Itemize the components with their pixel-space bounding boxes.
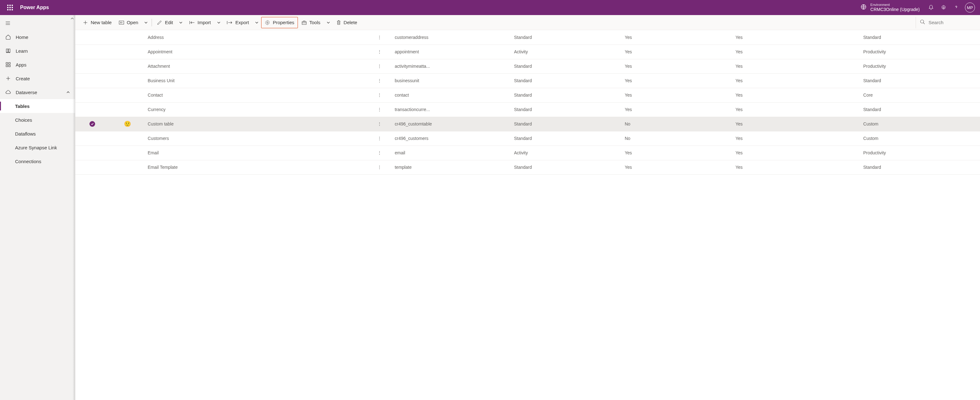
row-customizable: Yes (733, 44, 861, 59)
export-dropdown[interactable] (252, 17, 261, 28)
nav-item-apps[interactable]: Apps (0, 58, 75, 71)
row-more-button[interactable]: ⋮ (367, 102, 392, 117)
import-button[interactable]: Import (185, 17, 215, 28)
app-launcher-button[interactable] (3, 0, 18, 15)
row-display-name[interactable]: Email Template (145, 160, 367, 175)
row-more-button[interactable]: ⋮ (367, 73, 392, 88)
row-schema-name: transactioncurre... (392, 102, 511, 117)
help-button[interactable] (950, 0, 963, 15)
row-display-name[interactable]: Appointment (145, 44, 367, 59)
nav-item-label: Choices (15, 117, 32, 123)
nav-item-dataflows[interactable]: Dataflows (0, 127, 75, 141)
table-row[interactable]: Currency⋮transactioncurre...StandardYesY… (75, 102, 980, 117)
row-more-button[interactable]: ⋮ (367, 59, 392, 73)
tools-dropdown[interactable] (324, 17, 333, 28)
nav-item-dataverse[interactable]: Dataverse (0, 85, 75, 99)
row-schema-name: email (392, 146, 511, 160)
cmd-label: Properties (273, 20, 294, 25)
table-row[interactable]: Attachment⋮activitymimeatta...StandardYe… (75, 59, 980, 73)
row-managed: Yes (622, 59, 733, 73)
new-table-button[interactable]: New table (79, 17, 115, 28)
row-display-name[interactable]: Attachment (145, 59, 367, 73)
environment-picker[interactable]: Environment CRMC3Online (Upgrade) (861, 3, 920, 12)
row-tags: Productivity (861, 146, 980, 160)
row-type: Standard (511, 73, 622, 88)
table-row[interactable]: Appointment⋮appointmentActivityYesYesPro… (75, 44, 980, 59)
row-display-name[interactable]: Customers (145, 131, 367, 146)
open-dropdown[interactable] (142, 17, 150, 28)
row-select-cell[interactable] (75, 117, 110, 131)
row-display-name[interactable]: Business Unit (145, 73, 367, 88)
table-row[interactable]: Business Unit⋮businessunitStandardYesYes… (75, 73, 980, 88)
delete-button[interactable]: Delete (333, 17, 361, 28)
properties-button[interactable]: Properties (261, 17, 298, 28)
row-display-name[interactable]: Currency (145, 102, 367, 117)
table-row[interactable]: Email⋮emailActivityYesYesProductivity (75, 146, 980, 160)
edit-dropdown[interactable] (177, 17, 185, 28)
row-more-button[interactable]: ⋮ (367, 30, 392, 44)
row-select-cell[interactable] (75, 59, 110, 73)
row-more-button[interactable]: ⋮ (367, 44, 392, 59)
row-select-cell[interactable] (75, 88, 110, 102)
content-area: New table Open Edit (75, 15, 980, 400)
import-dropdown[interactable] (215, 17, 223, 28)
table-row[interactable]: 🙂Custom table⋮cr496_customtableStandardN… (75, 117, 980, 131)
table-row[interactable]: Email Template⋮templateStandardYesYesSta… (75, 160, 980, 175)
table-row[interactable]: Customers⋮cr496_customersStandardNoYesCu… (75, 131, 980, 146)
nav-item-connections[interactable]: Connections (0, 154, 75, 168)
row-select-cell[interactable] (75, 73, 110, 88)
row-tags: Standard (861, 73, 980, 88)
row-select-cell[interactable] (75, 160, 110, 175)
nav-collapse-button[interactable] (0, 16, 75, 30)
row-managed: Yes (622, 160, 733, 175)
book-icon (5, 48, 11, 54)
user-avatar[interactable]: MP (965, 3, 975, 13)
tables-list[interactable]: Address⋮customeraddressStandardYesYesSta… (75, 30, 980, 400)
row-select-cell[interactable] (75, 44, 110, 59)
row-managed: No (622, 131, 733, 146)
row-customizable: Yes (733, 131, 861, 146)
search-input[interactable] (929, 20, 972, 25)
row-icon-cell (110, 73, 145, 88)
row-select-cell[interactable] (75, 30, 110, 44)
search-box[interactable] (916, 17, 976, 28)
row-schema-name: activitymimeatta... (392, 59, 511, 73)
open-button[interactable]: Open (115, 17, 142, 28)
row-select-cell[interactable] (75, 131, 110, 146)
row-more-button[interactable]: ⋮ (367, 146, 392, 160)
edit-button[interactable]: Edit (153, 17, 177, 28)
toolbox-icon (301, 20, 307, 25)
nav-item-tables[interactable]: Tables (0, 99, 75, 113)
more-vertical-icon: ⋮ (377, 63, 382, 69)
table-row[interactable]: Address⋮customeraddressStandardYesYesSta… (75, 30, 980, 44)
row-managed: Yes (622, 73, 733, 88)
more-vertical-icon: ⋮ (377, 49, 382, 54)
row-more-button[interactable]: ⋮ (367, 117, 392, 131)
row-display-name[interactable]: Contact (145, 88, 367, 102)
svg-rect-3 (9, 62, 10, 64)
row-icon-cell (110, 146, 145, 160)
nav-item-create[interactable]: Create (0, 71, 75, 85)
settings-button[interactable] (937, 0, 950, 15)
row-display-name[interactable]: Custom table (145, 117, 367, 131)
scroll-up-arrow[interactable] (70, 16, 75, 21)
row-more-button[interactable]: ⋮ (367, 131, 392, 146)
nav-item-learn[interactable]: Learn (0, 44, 75, 58)
row-display-name[interactable]: Address (145, 30, 367, 44)
export-button[interactable]: Export (223, 17, 252, 28)
app-title[interactable]: Power Apps (20, 5, 49, 10)
row-more-button[interactable]: ⋮ (367, 160, 392, 175)
table-row[interactable]: Contact⋮contactStandardYesYesCore (75, 88, 980, 102)
row-select-cell[interactable] (75, 146, 110, 160)
notifications-button[interactable] (925, 0, 937, 15)
row-more-button[interactable]: ⋮ (367, 88, 392, 102)
tools-button[interactable]: Tools (298, 17, 324, 28)
row-display-name[interactable]: Email (145, 146, 367, 160)
row-schema-name: cr496_customtable (392, 117, 511, 131)
nav-item-home[interactable]: Home (0, 30, 75, 44)
svg-rect-2 (6, 62, 8, 64)
row-select-cell[interactable] (75, 102, 110, 117)
nav-item-choices[interactable]: Choices (0, 113, 75, 127)
cmd-label: Export (235, 20, 249, 25)
nav-item-azure-synapse-link[interactable]: Azure Synapse Link (0, 141, 75, 154)
